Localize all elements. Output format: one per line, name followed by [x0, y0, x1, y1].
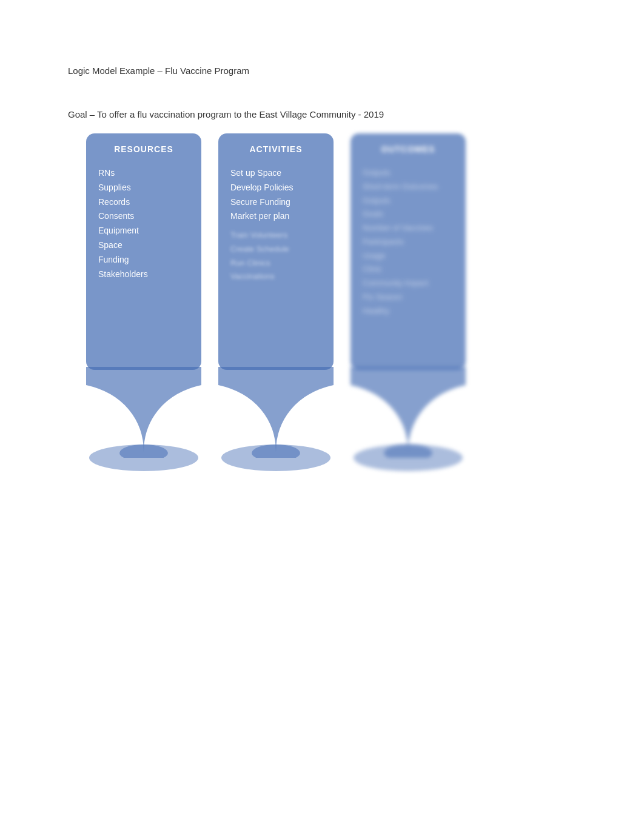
list-item: Number of Vaccines [363, 221, 454, 235]
list-item: Vaccinations [230, 270, 321, 284]
list-item: Train Volunteers [230, 229, 321, 243]
page-title: Logic Model Example – Flu Vaccine Progra… [68, 65, 249, 76]
resources-items: RNs Supplies Records Consents Equipment … [98, 166, 189, 281]
base-ellipse-2 [218, 443, 334, 473]
list-item: Create Schedule [230, 243, 321, 257]
activities-column: ACTIVITIES Set up Space Develop Policies… [218, 133, 334, 370]
list-item: Participants [363, 235, 454, 249]
base-ellipses [86, 443, 474, 473]
svg-point-3 [89, 444, 198, 471]
list-item: Set up Space [230, 166, 321, 181]
activities-header: ACTIVITIES [230, 144, 321, 154]
goal-text: Goal – To offer a flu vaccination progra… [68, 109, 384, 119]
list-item: Healthy [363, 304, 454, 318]
list-item: Run Clinics [230, 257, 321, 270]
list-item: Flu Season [363, 290, 454, 304]
activities-items: Set up Space Develop Policies Secure Fun… [230, 166, 321, 224]
svg-point-4 [221, 444, 330, 471]
base-ellipse-1 [86, 443, 201, 473]
list-item: Stakeholders [98, 267, 189, 282]
list-item: Outputs [363, 166, 454, 180]
list-item: Outputs [363, 194, 454, 208]
list-item: Develop Policies [230, 181, 321, 195]
outcomes-header: OUTCOMES [363, 144, 454, 154]
list-item: Secure Funding [230, 195, 321, 210]
svg-point-5 [354, 444, 463, 471]
list-item: Funding [98, 253, 189, 267]
columns-row: RESOURCES RNs Supplies Records Consents … [86, 133, 474, 370]
outcomes-items: Outputs Short-term Outcomes Outputs Goal… [363, 166, 454, 318]
list-item: Community Impact [363, 277, 454, 290]
outcomes-column: OUTCOMES Outputs Short-term Outcomes Out… [351, 133, 466, 370]
list-item: Clinic [363, 263, 454, 277]
list-item: Market per plan [230, 209, 321, 224]
base-ellipse-3 [351, 443, 466, 473]
list-item: Supplies [98, 181, 189, 195]
list-item: Records [98, 195, 189, 210]
activities-blurred: Train Volunteers Create Schedule Run Cli… [230, 229, 321, 284]
list-item: Goals [363, 207, 454, 221]
resources-header: RESOURCES [98, 144, 189, 154]
diagram-container: RESOURCES RNs Supplies Records Consents … [68, 133, 492, 455]
list-item: Consents [98, 209, 189, 224]
resources-column: RESOURCES RNs Supplies Records Consents … [86, 133, 201, 370]
list-item: Usage [363, 249, 454, 263]
list-item: RNs [98, 166, 189, 181]
list-item: Short-term Outcomes [363, 180, 454, 194]
list-item: Equipment [98, 224, 189, 238]
list-item: Space [98, 238, 189, 253]
